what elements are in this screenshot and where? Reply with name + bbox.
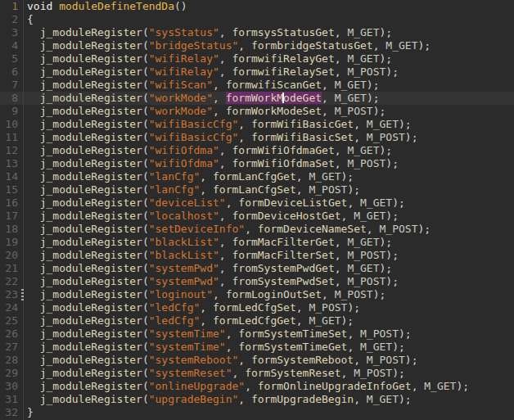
separator: , [219,236,232,248]
separator: , [335,144,348,156]
call-name: j_moduleRegister [40,79,142,91]
handler-name: formLoginOutSet [226,288,322,300]
separator: , [226,327,239,340]
handler-name: fromSystemPwdSet [232,275,334,287]
separator: , [226,196,239,209]
separator: , [354,354,367,366]
open-paren: ( [142,118,149,130]
code-line[interactable]: 19 j_moduleRegister("blackList", formMac… [0,236,514,249]
handler-name: formWorkModeSet [226,105,322,117]
modified-marker [21,289,24,300]
handler-name: formDeviceListGet [238,196,347,209]
code-line[interactable]: 30 j_moduleRegister("onlineUpgrade", for… [0,380,514,393]
quote: " [213,236,219,248]
code-editor[interactable]: 1void moduleDefineTendDa()2{3 j_moduleRe… [0,0,514,420]
call-name: j_moduleRegister [40,39,142,52]
code-line[interactable]: 25 j_moduleRegister("ledCfg", formLedCfg… [0,314,514,327]
code-line[interactable]: 4 j_moduleRegister("bridgeStatus", formb… [0,39,514,52]
terminator: ); [341,170,354,183]
call-name: j_moduleRegister [40,262,142,274]
terminator: ); [386,249,399,261]
call-name: j_moduleRegister [40,118,142,130]
code-line[interactable]: 1void moduleDefineTendDa() [0,0,514,13]
code-line[interactable]: 15 j_moduleRegister("lanCfg", formLanCfg… [0,183,514,196]
open-paren: ( [142,223,149,235]
terminator: ); [417,39,431,52]
terminator: ); [373,288,386,300]
indent [27,341,40,353]
code-line[interactable]: 28 j_moduleRegister("systemReboot", form… [0,354,514,367]
indent [27,131,40,143]
module-name-string: systemPwd [156,275,213,287]
indent [27,157,40,169]
code-line[interactable]: 11 j_moduleRegister("wifiBasicCfg", form… [0,131,514,144]
code-line[interactable]: 17 j_moduleRegister("localhost", formDev… [0,210,514,223]
code-line[interactable]: 27 j_moduleRegister("systemTime", formSy… [0,341,514,354]
open-paren: ( [142,301,149,314]
method-constant: M_POST [360,327,399,340]
quote: " [149,144,156,156]
indent [27,210,40,222]
open-paren: ( [142,105,149,117]
code-line[interactable]: 12 j_moduleRegister("wifiOfdma", formWif… [0,144,514,157]
code-line[interactable]: 32} [0,406,514,419]
code-line[interactable]: 16 j_moduleRegister("deviceList", formDe… [0,196,514,210]
parens: () [174,0,187,12]
code-line[interactable]: 13 j_moduleRegister("wifiOfdma", formWif… [0,157,514,170]
separator: , [219,210,232,222]
quote: " [149,26,156,38]
open-paren: ( [142,380,149,392]
call-name: j_moduleRegister [40,301,142,314]
quote: " [213,262,219,274]
code-line[interactable]: 31 j_moduleRegister("upgradeBegin", form… [0,393,514,406]
code-line[interactable]: 24 j_moduleRegister("ledCfg", formLedCfg… [0,301,514,314]
module-name-string: bridgeStatus [156,39,232,52]
method-constant: M_GET [347,26,379,38]
code-line[interactable]: 26 j_moduleRegister("systemTime", formSy… [0,327,514,341]
separator: , [335,65,348,78]
terminator: ); [367,79,380,91]
quote: " [213,26,219,38]
code-line[interactable]: 14 j_moduleRegister("lanCfg", formLanCfg… [0,170,514,183]
method-constant: M_POST [380,223,418,235]
code-line[interactable]: 8 j_moduleRegister("workMode", formWorkM… [0,92,514,105]
code-line[interactable]: 9 j_moduleRegister("workMode", formWorkM… [0,105,514,118]
code-line[interactable]: 20 j_moduleRegister("blackList", formMac… [0,249,514,262]
code-line[interactable]: 7 j_moduleRegister("wifiScan", formwifiS… [0,79,514,92]
separator: , [347,196,360,209]
call-name: j_moduleRegister [40,314,142,327]
separator: , [322,105,335,117]
selection[interactable]: formWorkModeGet [226,92,322,104]
separator: , [335,26,348,38]
terminator: ); [399,327,412,340]
code-line[interactable]: 21 j_moduleRegister("systemPwd", fromSys… [0,262,514,275]
method-constant: M_GET [309,314,340,327]
handler-name: formWifiOfdmaGet [232,144,334,156]
code-line[interactable]: 6 j_moduleRegister("wifiRelay", formwifi… [0,65,514,79]
method-constant: M_GET [424,380,456,392]
terminator: ); [417,223,431,235]
code-line[interactable]: 5 j_moduleRegister("wifiRelay", formwifi… [0,52,514,65]
separator: , [296,314,309,327]
text-cursor [282,93,284,103]
indent [27,393,40,405]
separator: , [238,39,251,52]
call-name: j_moduleRegister [40,52,142,65]
code-line[interactable]: 2{ [0,13,514,26]
indent [27,196,40,209]
code-line[interactable]: 29 j_moduleRegister("systemReset", formS… [0,367,514,380]
module-name-string: onlineUpgrade [156,380,239,392]
code-line[interactable]: 18 j_moduleRegister("setDeviceInfo", for… [0,223,514,236]
code-line[interactable]: 3 j_moduleRegister("sysStatus", formsysS… [0,26,514,39]
indent [27,118,40,130]
separator: , [200,183,213,196]
quote: " [213,65,219,78]
code-line[interactable]: 10 j_moduleRegister("wifiBasicCfg", form… [0,118,514,131]
code-line[interactable]: 23 j_moduleRegister("loginout", formLogi… [0,288,514,301]
open-paren: ( [142,236,149,248]
call-name: j_moduleRegister [40,236,142,248]
module-name-string: wifiScan [156,79,207,91]
quote: " [149,105,156,117]
terminator: ); [399,118,412,130]
code-line[interactable]: 22 j_moduleRegister("systemPwd", fromSys… [0,275,514,288]
